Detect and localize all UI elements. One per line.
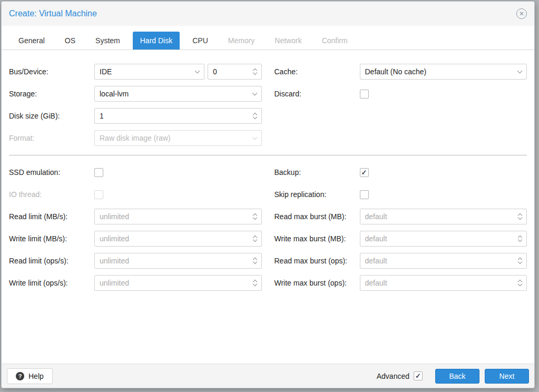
spinner-arrows-icon[interactable]: [253, 236, 257, 241]
storage-value: local-lvm: [100, 90, 253, 98]
dialog-header: Create: Virtual Machine: [2, 2, 534, 26]
read-burst-ops-input[interactable]: [365, 257, 519, 265]
write-burst-mb-spinner[interactable]: [360, 231, 527, 247]
spinner-arrows-icon[interactable]: [518, 214, 522, 219]
bus-device-label: Bus/Device:: [9, 67, 94, 76]
format-combobox: Raw disk image (raw): [94, 130, 262, 146]
close-icon[interactable]: [516, 8, 527, 19]
bus-device-value: IDE: [100, 67, 195, 76]
back-button[interactable]: Back: [435, 369, 479, 384]
read-burst-mb-label: Read max burst (MB):: [275, 212, 360, 221]
write-limit-ops-label: Write limit (ops/s):: [9, 279, 94, 287]
write-limit-mb-row: Write limit (MB/s):: [9, 231, 262, 247]
tab-cpu[interactable]: CPU: [185, 32, 215, 50]
dialog-title: Create: Virtual Machine: [9, 9, 516, 18]
spinner-arrows-icon[interactable]: [518, 258, 522, 263]
cache-combobox[interactable]: Default (No cache): [360, 64, 527, 80]
discard-label: Discard:: [275, 90, 360, 98]
write-burst-ops-spinner[interactable]: [360, 275, 527, 291]
advanced-label: Advanced: [377, 372, 409, 380]
write-burst-ops-input[interactable]: [365, 279, 519, 287]
write-burst-mb-input[interactable]: [365, 234, 519, 243]
create-vm-dialog: Create: Virtual Machine General OS Syste…: [1, 1, 535, 388]
read-limit-mb-row: Read limit (MB/s):: [9, 209, 262, 224]
storage-combobox[interactable]: local-lvm: [94, 86, 262, 102]
backup-checkbox[interactable]: [360, 168, 369, 177]
next-button[interactable]: Next: [485, 369, 529, 384]
tab-os[interactable]: OS: [57, 32, 83, 50]
write-limit-mb-input[interactable]: [100, 234, 253, 243]
advanced-divider: [9, 155, 527, 155]
read-burst-mb-spinner[interactable]: [360, 209, 527, 224]
spinner-arrows-icon[interactable]: [253, 280, 257, 286]
write-burst-ops-label: Write max burst (ops):: [275, 279, 360, 287]
bus-number-input[interactable]: [213, 67, 253, 76]
wizard-tabbar: General OS System Hard Disk CPU Memory N…: [2, 26, 534, 50]
bus-number-spinner[interactable]: [208, 64, 262, 80]
bus-device-combobox[interactable]: IDE: [94, 64, 204, 80]
tab-memory: Memory: [221, 32, 262, 50]
backup-label: Backup:: [275, 168, 360, 177]
tab-system[interactable]: System: [88, 32, 128, 50]
read-burst-ops-label: Read max burst (ops):: [275, 257, 360, 265]
help-button[interactable]: Help: [7, 368, 53, 384]
hard-disk-form: Bus/Device: IDE Storage:: [2, 50, 534, 364]
read-limit-ops-input[interactable]: [100, 257, 253, 265]
dialog-footer: Help Advanced Back Next: [2, 364, 534, 388]
write-limit-ops-spinner[interactable]: [94, 275, 262, 291]
write-limit-mb-spinner[interactable]: [94, 231, 262, 247]
read-burst-ops-row: Read max burst (ops):: [275, 253, 527, 269]
chevron-down-icon[interactable]: [195, 71, 199, 73]
chevron-down-icon[interactable]: [253, 93, 257, 95]
spinner-arrows-icon[interactable]: [253, 69, 257, 74]
cache-value: Default (No cache): [365, 67, 518, 76]
read-limit-mb-input[interactable]: [100, 212, 253, 221]
top-section: Bus/Device: IDE Storage:: [9, 64, 527, 146]
chevron-down-icon[interactable]: [518, 71, 522, 73]
write-limit-ops-input[interactable]: [100, 279, 253, 287]
disk-size-spinner[interactable]: [94, 108, 262, 124]
storage-label: Storage:: [9, 90, 94, 98]
read-limit-mb-spinner[interactable]: [94, 209, 262, 224]
spinner-arrows-icon[interactable]: [518, 280, 522, 286]
cache-label: Cache:: [275, 67, 360, 76]
read-limit-ops-row: Read limit (ops/s):: [9, 253, 262, 269]
read-burst-mb-input[interactable]: [365, 212, 519, 221]
spinner-arrows-icon[interactable]: [253, 113, 257, 119]
read-limit-mb-label: Read limit (MB/s):: [9, 212, 94, 221]
tab-network: Network: [267, 32, 309, 50]
cache-row: Cache: Default (No cache): [275, 64, 527, 80]
tab-general[interactable]: General: [11, 32, 52, 50]
advanced-section: SSD emulation: IO thread: Read limit (MB…: [9, 164, 527, 291]
read-burst-mb-row: Read max burst (MB):: [275, 209, 527, 224]
read-limit-ops-spinner[interactable]: [94, 253, 262, 269]
discard-checkbox[interactable]: [360, 90, 369, 99]
advanced-checkbox[interactable]: [414, 371, 423, 380]
skip-replication-row: Skip replication:: [275, 187, 527, 202]
write-burst-mb-label: Write max burst (MB):: [275, 234, 360, 243]
write-limit-mb-label: Write limit (MB/s):: [9, 234, 94, 243]
backup-row: Backup:: [275, 164, 527, 180]
ssd-emulation-checkbox[interactable]: [94, 168, 103, 177]
io-thread-row: IO thread:: [9, 187, 262, 202]
chevron-down-icon: [253, 137, 257, 139]
disk-size-row: Disk size (GiB):: [9, 108, 262, 124]
write-limit-ops-row: Write limit (ops/s):: [9, 275, 262, 291]
io-thread-checkbox: [94, 190, 103, 199]
storage-row: Storage: local-lvm: [9, 86, 262, 102]
format-value: Raw disk image (raw): [100, 134, 253, 142]
disk-size-input[interactable]: [100, 112, 253, 120]
tab-confirm: Confirm: [315, 32, 355, 50]
help-button-label: Help: [28, 372, 44, 380]
disk-size-label: Disk size (GiB):: [9, 112, 94, 120]
write-burst-ops-row: Write max burst (ops):: [275, 275, 527, 291]
spinner-arrows-icon[interactable]: [253, 214, 257, 219]
spinner-arrows-icon[interactable]: [253, 258, 257, 263]
ssd-emulation-row: SSD emulation:: [9, 164, 262, 180]
ssd-emulation-label: SSD emulation:: [9, 168, 94, 177]
io-thread-label: IO thread:: [9, 190, 94, 199]
skip-replication-checkbox[interactable]: [360, 190, 369, 199]
spinner-arrows-icon[interactable]: [518, 236, 522, 241]
tab-hard-disk[interactable]: Hard Disk: [133, 32, 180, 50]
read-burst-ops-spinner[interactable]: [360, 253, 527, 269]
